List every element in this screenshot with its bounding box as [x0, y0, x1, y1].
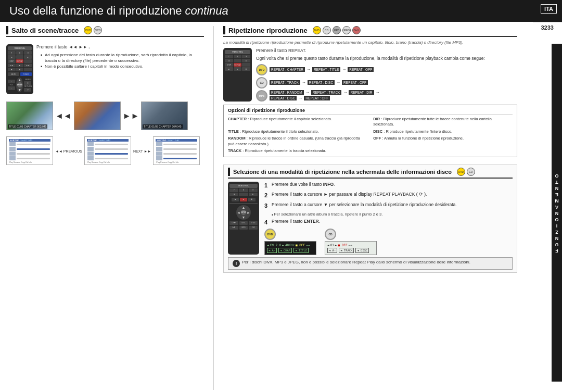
selezione-header: Selezione di una modalità di ripetizione… [228, 168, 513, 179]
btn-9: 9 [24, 51, 32, 55]
vol-up: + [8, 80, 15, 83]
main-content: Salto di scene/tracce DVD VCD VIDEO SEL … [0, 22, 533, 392]
rr-play2: ► [234, 67, 242, 71]
mp3-arr1: → [305, 90, 310, 95]
sidebar-label: FUNZIONAMENTO [554, 172, 559, 254]
step-4-num: 4 [264, 219, 270, 226]
sel-remote-container: VIDEO SEL 7 8 9 ◄ ► ■ [228, 182, 259, 256]
thumb-list-2: SORTING SMART NAX Play Rename Copy Del I… [84, 136, 131, 165]
list-row-8 [87, 156, 129, 160]
vol-dn: − [8, 86, 15, 90]
btn-x2 [24, 68, 32, 71]
opt-random: RANDOM : Riproduce le tracce in ordine c… [228, 136, 367, 147]
btn-rwnd: ◄ [8, 55, 16, 59]
page-title: Uso della funzione di riproduzione conti… [9, 4, 228, 18]
dvd-disp-row1: ◄EN 2.0►48KHz■ OFF→→ [267, 243, 314, 247]
btn-ffwd: ► [24, 55, 32, 59]
thumb-1: TITLE 01/05 CHAPTER 002/045 [6, 102, 53, 130]
btn-prev-ch: ◄◄ [8, 64, 16, 67]
options-grid: CHAPTER : Riproduce ripetutamente il cap… [228, 117, 513, 154]
vcd-icon: VCD [94, 26, 102, 34]
next-label: NEXT ►► [133, 149, 151, 153]
btn-tuner: TUNER [20, 72, 32, 76]
cd-item-A: ◄ A- [327, 248, 337, 253]
ita-badge: ITA [541, 4, 557, 14]
rr-x [242, 63, 250, 67]
list-row-1 [9, 142, 50, 146]
dvd-ch1: REPEAT : CHAPTER [270, 67, 305, 72]
sel-a2: INFO [239, 226, 248, 230]
cd-disp-row1: ◄01►■ OFF→→ [327, 243, 374, 247]
nav-next-2: NEXT ►► [133, 149, 151, 153]
opt-track: TRACK : Riproduce ripetutamente la tracc… [228, 148, 367, 154]
btn-null [16, 55, 24, 59]
step-1-num: 1 [264, 182, 270, 189]
salto-content: VIDEO SEL 7 8 9 ◄ ► STEP REPEAT ◄◄ [6, 44, 204, 94]
next-arrow: ►► [123, 111, 139, 121]
opt-off: OFF : Annulla la funzione di ripetizione… [373, 136, 512, 147]
dvd-display: ◄EN 2.0►48KHz■ OFF→→ ◄ A- ◄ CHAP ◄ TITLE [264, 241, 316, 255]
rr-n [234, 59, 242, 62]
disp-cd-icon: CD [325, 229, 336, 240]
mp3-chain-row: MP3 REPEAT : RANDOM → REPEAT : TRACK → R… [256, 90, 517, 102]
page-left: 32 [541, 24, 547, 390]
repeat-remote: VIDEO SEL 7 8 9 ◄ ► STEP REPEAT [223, 48, 252, 102]
repeat-intro: La modalità di ripetizione riproduzione … [223, 40, 517, 45]
step-4: 4 Premere il tasto ENTER. [264, 219, 513, 226]
sel-7: 7 [229, 188, 238, 192]
list-row-10 [156, 147, 197, 151]
btn-8: 8 [16, 51, 24, 55]
rr-r: ◄ [225, 59, 233, 62]
sel-pause: ⏸ [248, 198, 256, 201]
thumb-2 [74, 102, 121, 130]
list-row-12 [156, 156, 197, 160]
nav-prev-2: ◄◄ PREVIOUS [55, 149, 82, 153]
cd-ch1: REPEAT : TRACK [270, 80, 300, 85]
step-2: 2 Premere il tasto a cursore ► per passa… [264, 192, 513, 199]
btn-x [24, 59, 32, 63]
bullet-2: Non è possibile saltare i capitoli in mo… [41, 64, 204, 69]
sel-a1: A-B [229, 226, 238, 230]
dvd-display-group: DVD ◄EN 2.0►48KHz■ OFF→→ ◄ A- ◄ CHAP [264, 229, 316, 255]
sel-btn-grid: 7 8 9 ◄ ► [229, 188, 258, 196]
step-3-sub: Per selezionare un altro album o traccia… [272, 212, 513, 217]
dvd-ch2: REPEAT : TITLE [312, 67, 340, 72]
btn-repeat: REPEAT [16, 59, 24, 63]
sel-dvd-icon: DVD [457, 168, 465, 176]
step-3-text: Premere il tasto a cursore ▼ per selezio… [272, 202, 457, 210]
sel-8: 8 [239, 188, 248, 192]
salto-instructions: Premere il tasto ◄◄ ►► . Ad ogni pressio… [36, 44, 204, 94]
info-note: ! Per i dischi DivX, MP3 e JPEG, non è p… [228, 257, 513, 270]
sel-nav-down: ▼ [242, 216, 246, 219]
step-3: 3 Premere il tasto a cursore ▼ per selez… [264, 202, 513, 210]
cd-chain-row: CD REPEAT : TRACK → REPEAT : DISC → REPE… [256, 77, 517, 88]
list-header-2: SORTING SMART NAX [87, 139, 129, 142]
sel-m2: DISC [239, 221, 248, 225]
dvd-item-A: ◄ A- [267, 248, 277, 253]
cd-arrow1: → [302, 80, 306, 85]
display-row: DVD ◄EN 2.0►48KHz■ OFF→→ ◄ A- ◄ CHAP [264, 229, 513, 255]
mp3-ch5: REPEAT : OFF [304, 96, 330, 100]
col-divider [213, 26, 214, 390]
press-instruction: Premere il tasto ◄◄ ►► . [36, 44, 204, 50]
list-row-4 [9, 156, 50, 160]
right-sidebar: FUNZIONAMENTO [552, 44, 562, 382]
options-box: Opzioni di ripetizione riproduzione CHAP… [223, 105, 517, 157]
mp3-chain-1: REPEAT : RANDOM → REPEAT : TRACK → REPEA… [270, 90, 380, 95]
cd-item-track: ◄ TRACK [339, 248, 354, 253]
ripetizione-bar [223, 26, 225, 34]
opt-disc: DISC : Riproduce ripetutamente l'intero … [373, 129, 512, 135]
selezione-title: Selezione di una modalità di ripetizione… [233, 169, 452, 175]
ripetizione-header: Ripetizione riproduzione DVD CD MP3 JPEG… [223, 26, 517, 37]
mp3-arr2: → [343, 90, 347, 95]
salto-disc-icons: DVD VCD [84, 26, 102, 34]
step-1: 1 Premere due volte il tasto INFO. [264, 182, 513, 189]
remote-btn-grid: 7 8 9 ◄ ► STEP REPEAT ◄◄ ► ►► [8, 51, 32, 71]
btn-step: STEP [8, 59, 16, 63]
list-inner-1: SORTING SMART NAX Play Rename Copy Del I… [8, 138, 52, 163]
sel-remote-screen: VIDEO SEL [229, 184, 258, 188]
section-bar [6, 26, 8, 34]
chain-mp3-icon: MP3 [256, 90, 267, 102]
list-inner-3: SORTING SMART NAX Play Rename Copy Del I… [155, 138, 198, 163]
cd-arrow2: → [336, 80, 340, 85]
